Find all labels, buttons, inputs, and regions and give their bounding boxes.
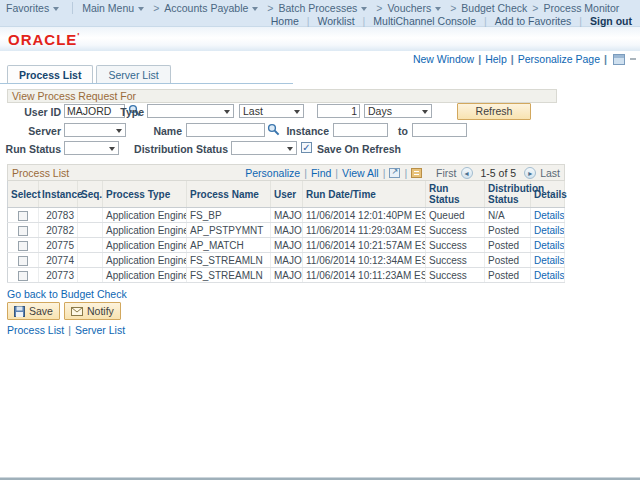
breadcrumb-accounts-payable[interactable]: Accounts Payable [164,2,262,14]
row-select-checkbox[interactable] [18,241,28,251]
crumb-separator: > [532,2,538,14]
pager-previous-icon[interactable]: ◂ [461,167,473,179]
cell-process-name: FS_STREAMLN [187,268,271,283]
separator: | [307,15,310,27]
save-on-refresh-checkbox[interactable]: ✓ [301,142,312,153]
process-list-table: Select Instance Seq. Process Type Proces… [7,181,565,283]
separator: | [304,167,307,179]
worklist-link[interactable]: Worklist [317,15,354,27]
cell-user: MAJORD [271,223,303,238]
name-lookup-icon[interactable] [267,123,280,136]
table-row: 20775 Application Engine AP_MATCH MAJORD… [8,238,565,253]
cell-run-status: Success [426,268,485,283]
cell-instance: 20783 [39,208,78,223]
distribution-status-label: Distribution Status [128,143,228,155]
table-row: 20782 Application Engine AP_PSTPYMNT MAJ… [8,223,565,238]
details-link[interactable]: Details [534,270,565,281]
home-link[interactable]: Home [271,15,299,27]
notify-button[interactable]: Notify [64,302,121,320]
favorites-menu[interactable]: Favorites [6,2,63,14]
separator: | [363,15,366,27]
to-label: to [398,125,408,137]
row-select-checkbox[interactable] [18,211,28,221]
sign-out-link[interactable]: Sign out [590,15,632,27]
zoom-grid-icon[interactable] [411,168,422,178]
process-list-grid: Process List Personalize | Find | View A… [7,164,565,283]
cell-run-status: Success [426,238,485,253]
details-link[interactable]: Details [534,225,565,236]
instance-from-input[interactable] [333,123,388,137]
cell-user: MAJORD [271,268,303,283]
server-label: Server [0,125,61,137]
tab-process-list[interactable]: Process List [7,65,93,83]
separator: | [579,15,582,27]
table-row: 20773 Application Engine FS_STREAMLN MAJ… [8,268,565,283]
view-all-link[interactable]: View All [342,167,379,179]
breadcrumb-label: Vouchers [387,2,431,14]
cell-process-type: Application Engine [103,238,187,253]
details-link[interactable]: Details [534,255,565,266]
help-link[interactable]: Help [485,53,507,65]
name-input[interactable] [186,123,265,137]
separator: | [478,53,481,65]
cell-process-type: Application Engine [103,223,187,238]
check-icon: ✓ [302,142,310,153]
run-status-select[interactable] [64,141,119,155]
process-list-bottom-link[interactable]: Process List [7,324,64,336]
refresh-button[interactable]: Refresh [457,103,531,120]
col-process-type: Process Type [103,181,187,208]
cell-process-name: FS_STREAMLN [187,253,271,268]
pager-first-link[interactable]: First [436,167,456,179]
row-select-checkbox[interactable] [18,256,28,266]
table-row: 20783 Application Engine FS_BP MAJORD 11… [8,208,565,223]
pager-last-link[interactable]: Last [540,167,560,179]
download-grid-icon[interactable] [389,168,400,178]
cell-user: MAJORD [271,238,303,253]
instance-to-input[interactable] [412,123,467,137]
last-count-input[interactable] [317,104,360,118]
breadcrumb-batch-processes[interactable]: Batch Processes [278,2,371,14]
days-select[interactable]: Days [364,104,432,118]
details-link[interactable]: Details [534,240,565,251]
cell-seq [78,223,103,238]
add-to-favorites-link[interactable]: Add to Favorites [495,15,571,27]
utility-links: Home | Worklist | MultiChannel Console |… [271,15,632,27]
server-list-bottom-link[interactable]: Server List [75,324,125,336]
table-row: 20774 Application Engine FS_STREAMLN MAJ… [8,253,565,268]
crumb-separator: > [450,2,456,14]
save-button[interactable]: Save [7,302,60,320]
breadcrumb-vouchers[interactable]: Vouchers [387,2,445,14]
separator: | [335,167,338,179]
details-link[interactable]: Details [534,210,565,221]
cell-user: MAJORD [271,253,303,268]
row-select-checkbox[interactable] [18,271,28,281]
last-select[interactable]: Last [239,104,304,118]
main-menu[interactable]: Main Menu [82,2,148,14]
grid-title: Process List [12,167,69,179]
new-window-link[interactable]: New Window [413,53,474,65]
breadcrumb-label: Batch Processes [278,2,357,14]
col-instance: Instance [39,181,78,208]
pager-next-icon[interactable]: ▸ [524,167,536,179]
tab-server-list[interactable]: Server List [96,65,170,83]
multichannel-console-link[interactable]: MultiChannel Console [373,15,476,27]
personalize-window-icon[interactable] [613,54,625,65]
col-distribution-status: Distribution Status [485,181,531,208]
personalize-link[interactable]: Personalize [245,167,300,179]
cell-run-datetime: 11/06/2014 10:21:57AM EST [303,238,426,253]
breadcrumb: Favorites Main Menu > Accounts Payable >… [6,2,619,14]
separator: | [511,53,514,65]
breadcrumb-budget-check[interactable]: Budget Check [461,2,527,14]
go-back-link[interactable]: Go back to Budget Check [7,288,127,300]
next-arrow-icon: ▸ [528,169,532,178]
distribution-status-select[interactable] [231,141,297,155]
server-select[interactable] [64,123,126,137]
find-link[interactable]: Find [311,167,331,179]
cell-process-name: FS_BP [187,208,271,223]
row-select-checkbox[interactable] [18,226,28,236]
cell-user: MAJORD [271,208,303,223]
type-select[interactable] [147,104,234,118]
breadcrumb-process-monitor[interactable]: Process Monitor [543,2,619,14]
personalize-page-link[interactable]: Personalize Page [518,53,600,65]
cell-process-type: Application Engine [103,253,187,268]
